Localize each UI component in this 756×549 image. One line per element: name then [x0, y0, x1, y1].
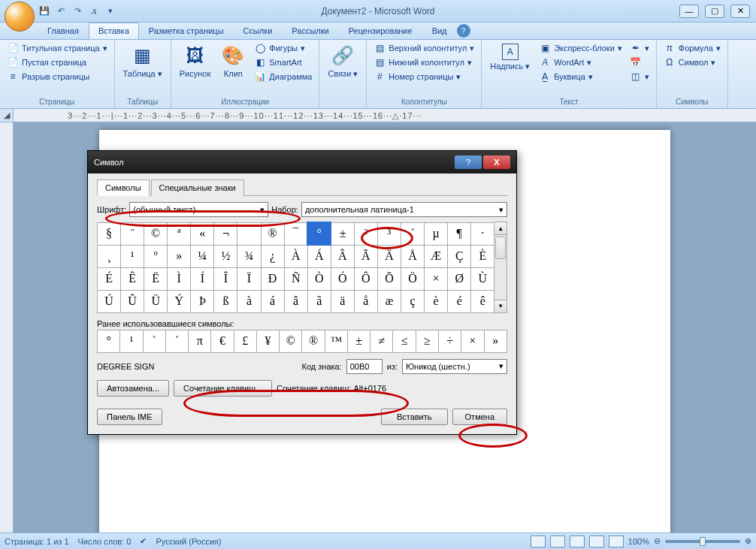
tab-insert[interactable]: Вставка [89, 23, 139, 39]
tab-references[interactable]: Ссылки [234, 23, 283, 39]
spellcheck-icon[interactable]: ✔ [140, 536, 147, 546]
symbol-cell[interactable]: ¬ [214, 222, 237, 245]
symbol-cell[interactable]: ± [331, 222, 354, 245]
symbol-cell[interactable]: Ë [144, 267, 168, 290]
symbol-cell[interactable]: Ô [354, 267, 377, 290]
symbol-cell[interactable]: Í [191, 267, 214, 290]
symbol-cell[interactable]: ° [307, 222, 331, 245]
table-button[interactable]: ▦Таблица ▾ [119, 41, 166, 97]
object-button[interactable]: ◫▾ [627, 70, 652, 83]
subset-select[interactable]: дополнительная латиница-1▾ [301, 202, 507, 217]
symbol-cell[interactable]: ä [331, 290, 354, 312]
view-print-layout[interactable] [531, 535, 546, 547]
cancel-button[interactable]: Отмена [452, 409, 507, 425]
status-language[interactable]: Русский (Россия) [156, 537, 221, 546]
recent-symbol-cell[interactable]: ® [302, 330, 325, 352]
symbol-cell[interactable]: á [261, 290, 284, 312]
datetime-button[interactable]: 📅 [627, 56, 652, 69]
symbol-cell[interactable]: Ï [237, 267, 261, 290]
font-icon[interactable]: A [87, 5, 101, 18]
code-input[interactable] [346, 359, 383, 374]
symbol-cell[interactable]: Ê [121, 267, 144, 290]
close-button[interactable]: ✕ [730, 5, 750, 18]
status-page[interactable]: Страница: 1 из 1 [5, 537, 69, 546]
clipart-button[interactable]: 🎨Клип [217, 41, 249, 97]
dialog-titlebar[interactable]: Символ ? X [88, 151, 516, 173]
chart-button[interactable]: 📊Диаграмма [252, 70, 314, 83]
recent-symbol-cell[interactable]: ¹ [120, 330, 143, 352]
symbol-cell[interactable]: Á [307, 245, 331, 267]
recent-symbol-cell[interactable]: © [280, 330, 302, 352]
symbol-cell[interactable]: ´ [401, 222, 425, 245]
maximize-button[interactable]: ▢ [705, 5, 724, 18]
font-select[interactable]: (обычный текст)▾ [129, 202, 268, 217]
symbol-button[interactable]: ΩСимвол ▾ [661, 56, 723, 69]
dropcap-button[interactable]: A̲Буквица ▾ [537, 70, 624, 83]
recent-symbol-cell[interactable]: € [211, 330, 234, 352]
cover-page-button[interactable]: 📄Титульная страница ▾ [5, 41, 110, 55]
symbol-cell[interactable]: Ú [98, 290, 121, 312]
symbol-cell[interactable]: Ý [168, 290, 191, 312]
symbol-cell[interactable]: Õ [377, 267, 401, 290]
symbol-cell[interactable]: ¨ [121, 222, 144, 245]
symbol-cell[interactable]: Ã [354, 245, 377, 267]
symbol-cell[interactable]: ³ [377, 222, 401, 245]
symbol-cell[interactable]: È [471, 245, 494, 267]
symbol-cell[interactable]: Æ [425, 245, 448, 267]
recent-symbol-cell[interactable]: ÷ [438, 330, 461, 352]
ruler-corner[interactable]: ◢ [0, 109, 14, 122]
symbol-cell[interactable]: « [191, 222, 214, 245]
symbol-cell[interactable]: ½ [214, 245, 237, 267]
symbol-cell[interactable]: µ [425, 222, 448, 245]
symbol-cell[interactable]: Û [121, 290, 144, 312]
symbol-cell[interactable]: å [354, 290, 377, 312]
autocorrect-button[interactable]: Автозамена... [97, 380, 169, 397]
recent-symbol-cell[interactable]: » [484, 330, 507, 352]
from-select[interactable]: Юникод (шестн.)▾ [402, 359, 507, 374]
symbol-cell[interactable]: è [425, 290, 448, 312]
symbol-cell[interactable]: ß [214, 290, 237, 312]
recent-symbol-cell[interactable]: £ [234, 330, 256, 352]
scroll-up-icon[interactable]: ▲ [494, 222, 507, 235]
symbol-cell[interactable]: ¶ [448, 222, 471, 245]
recent-symbol-cell[interactable]: ≥ [416, 330, 438, 352]
symbol-cell[interactable]: É [98, 267, 121, 290]
symbol-cell[interactable]: § [98, 222, 121, 245]
blank-page-button[interactable]: 📄Пустая страница [5, 56, 110, 69]
qat-dropdown-icon[interactable]: ▾ [104, 5, 117, 18]
symbol-cell[interactable]: Ð [261, 267, 284, 290]
quickparts-button[interactable]: ▣Экспресс-блоки ▾ [537, 41, 624, 55]
minimize-button[interactable]: — [679, 5, 699, 18]
redo-icon[interactable]: ↷ [71, 5, 84, 18]
symbol-cell[interactable]: ¹ [121, 245, 144, 267]
symbol-cell[interactable]: © [144, 222, 168, 245]
recent-symbol-cell[interactable]: ≤ [393, 330, 416, 352]
wordart-button[interactable]: AWordArt ▾ [537, 56, 624, 69]
equation-button[interactable]: πФормула ▾ [661, 41, 723, 55]
symbol-cell[interactable]: » [168, 245, 191, 267]
ime-pad-button[interactable]: Панель IME [97, 409, 162, 425]
recent-symbol-cell[interactable]: ¥ [256, 330, 279, 352]
symbol-cell[interactable]: ­ [237, 222, 261, 245]
status-words[interactable]: Число слов: 0 [78, 537, 132, 546]
symbol-cell[interactable]: × [425, 267, 448, 290]
view-outline[interactable] [589, 535, 604, 547]
symbol-cell[interactable]: ã [307, 290, 331, 312]
symbol-cell[interactable]: ¼ [191, 245, 214, 267]
recent-symbol-cell[interactable]: ´ [165, 330, 188, 352]
symbol-cell[interactable]: Ø [448, 267, 471, 290]
symbol-cell[interactable]: à [237, 290, 261, 312]
symbol-cell[interactable]: ² [354, 222, 377, 245]
symbol-cell[interactable]: Ó [331, 267, 354, 290]
symbol-cell[interactable]: ê [471, 290, 494, 312]
symbol-cell[interactable]: ® [261, 222, 284, 245]
view-fullscreen[interactable] [550, 535, 565, 547]
dialog-tab-special[interactable]: Специальные знаки [151, 179, 244, 196]
footer-button[interactable]: ▤Нижний колонтитул ▾ [371, 56, 476, 69]
symbol-cell[interactable]: ç [401, 290, 425, 312]
scroll-down-icon[interactable]: ▼ [494, 300, 507, 312]
dialog-close-button[interactable]: X [483, 155, 510, 169]
zoom-level[interactable]: 100% [628, 537, 649, 546]
recent-symbol-cell[interactable]: ` [143, 330, 165, 352]
symbol-cell[interactable]: Ö [401, 267, 425, 290]
